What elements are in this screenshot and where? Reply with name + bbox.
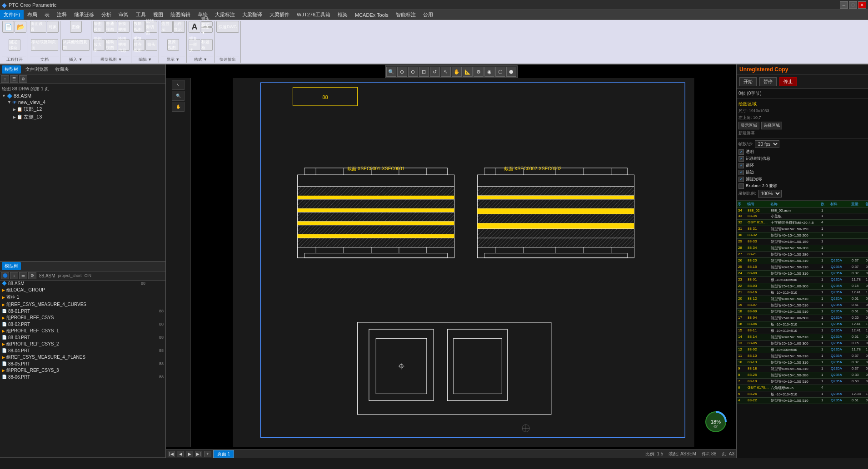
- select-region-btn[interactable]: 选择区域: [761, 122, 782, 129]
- bottom-tree-ref-csys[interactable]: ▶ 组REF_CSYS_MEASURE_4_CURVES: [0, 301, 165, 308]
- canvas-page-next-btn[interactable]: ▶: [186, 451, 193, 457]
- bottom-tree-toolbar-btn1[interactable]: 🔵: [1, 272, 9, 279]
- menu-drawing-edit[interactable]: 绘图编辑: [167, 10, 194, 20]
- toolbar-aux-view-btn[interactable]: 辅助视图: [105, 39, 117, 51]
- toolbar-normal-view-btn[interactable]: 普通视图: [105, 21, 117, 33]
- canvas-tool1-btn[interactable]: ⚙: [474, 67, 484, 77]
- bottom-tree-88-02[interactable]: 📄 88-02.PRT 88: [0, 321, 165, 327]
- canvas-select-btn[interactable]: ↖: [441, 67, 451, 77]
- toolbar-image-btn[interactable]: 图像: [70, 21, 82, 33]
- mouse-checkbox[interactable]: [738, 177, 744, 182]
- canvas-tool2-btn[interactable]: ◉: [484, 67, 494, 77]
- tree-toolbar-btn1[interactable]: ↕: [1, 75, 9, 83]
- canvas-rotate-btn[interactable]: ↺: [430, 67, 440, 77]
- toolbar-edge-display-btn[interactable]: 边显示: [161, 21, 173, 33]
- record-time-checkbox[interactable]: [738, 156, 744, 162]
- canvas-page-prev-btn[interactable]: ◀: [177, 451, 184, 457]
- panel-tab-file-browser[interactable]: 文件浏览器: [23, 65, 51, 74]
- toolbar-align-btn[interactable]: 重复对齐视图: [133, 39, 145, 51]
- menu-frame[interactable]: 框架: [334, 10, 351, 20]
- menu-file[interactable]: 文件(F): [0, 10, 24, 20]
- explorer-checkbox[interactable]: [738, 183, 744, 189]
- transparent-checkbox[interactable]: [738, 149, 744, 155]
- toolbar-title-box-btn[interactable]: 标题框: [201, 39, 213, 51]
- scale-select[interactable]: 100% 50% 75%: [758, 190, 782, 197]
- canvas-zoom-in-btn[interactable]: ⊕: [397, 67, 407, 77]
- bottom-tree-profil-ref3[interactable]: ▶ 组PROFIL_REF_CSYS_3: [0, 367, 165, 374]
- menu-wjt276[interactable]: WJT276工具箱: [293, 10, 334, 20]
- loop-checkbox[interactable]: [738, 163, 744, 168]
- toolbar-line-style-btn[interactable]: 线条 ▼: [201, 27, 213, 33]
- tree-item-88asm[interactable]: ▼ 🔷 88.ASM: [2, 93, 164, 99]
- toolbar-arrow-btn[interactable]: 箭头: [145, 39, 157, 51]
- ruler-btn-pan[interactable]: ✋: [172, 102, 185, 112]
- canvas-pan-btn[interactable]: ✋: [452, 67, 462, 77]
- bottom-tree-88asm[interactable]: 🔷 88.ASM 88: [0, 281, 165, 286]
- toolbar-proj-view-btn[interactable]: 投影视图: [133, 21, 145, 33]
- toolbar-replace-view-btn[interactable]: 替换视图: [118, 21, 130, 33]
- panel-tab-bottom-model-tree[interactable]: 模型树: [2, 262, 21, 270]
- menu-beam-plugin[interactable]: 大梁插件: [266, 10, 293, 20]
- bottom-tree-ref-planes[interactable]: ▶ 组REF_CSYS_MEASURE_4_PLANES: [0, 354, 165, 361]
- canvas-zoom-out-btn[interactable]: ⊖: [408, 67, 418, 77]
- toolbar-object-btn[interactable]: 对象: [47, 21, 59, 33]
- canvas-page-last-btn[interactable]: ▶|: [195, 451, 202, 457]
- tree-item-new-view4[interactable]: ▼ 👁 new_view_4: [2, 99, 164, 105]
- toolbar-part-display-btn[interactable]: 元件显示: [173, 21, 185, 33]
- bottom-tree-88-05[interactable]: 📄 88-05.PRT 88: [0, 361, 165, 367]
- bottom-tree-local-group[interactable]: ▶ 组LOCAL_GROUP: [0, 286, 165, 294]
- ruler-btn-zoom[interactable]: 🔍: [172, 91, 185, 101]
- menu-table[interactable]: 表: [41, 10, 53, 20]
- bottom-tree-profil-ref[interactable]: ▶ 组PROFIL_REF_CSYS: [0, 314, 165, 321]
- panel-tab-favorites[interactable]: 收藏夹: [53, 65, 72, 74]
- toolbar-view-info-btn[interactable]: 绘图视图信息: [118, 39, 130, 51]
- canvas-page-tab-1[interactable]: 页面 1: [213, 450, 234, 458]
- tree-item-top12[interactable]: ▶ 📋 顶部_12: [2, 105, 164, 113]
- menu-mcadex[interactable]: MCADEx Tools: [351, 10, 392, 20]
- toolbar-open-btn[interactable]: 📂: [15, 21, 26, 33]
- canvas-tool4-btn[interactable]: ⬢: [506, 67, 516, 77]
- toolbar-repeat-style-btn[interactable]: 重复一样式: [189, 39, 200, 51]
- toolbar-text-style-btn[interactable]: A: [189, 21, 200, 33]
- toolbar-move-copy-btn[interactable]: 移动或复制页面: [31, 39, 58, 51]
- menu-public[interactable]: 公用: [419, 10, 437, 20]
- tree-toolbar-btn2[interactable]: ☰: [10, 75, 18, 83]
- tree-toolbar-btn3[interactable]: ⚙: [19, 75, 27, 83]
- bottom-tree-88-06[interactable]: 📄 88-06.PRT 88: [0, 374, 165, 380]
- canvas-page-first-btn[interactable]: |◀: [168, 451, 175, 457]
- toolbar-restore-view-btn[interactable]: 复原视图: [167, 39, 179, 51]
- menu-inherit[interactable]: 继承迁移: [70, 10, 98, 20]
- border-checkbox[interactable]: [738, 170, 744, 175]
- menu-annotation[interactable]: 注释: [53, 10, 70, 20]
- toolbar-page-setup-btn[interactable]: 页面设置: [30, 21, 46, 33]
- bottom-tree-toolbar-btn2[interactable]: ↕: [10, 272, 18, 279]
- ruler-btn-select[interactable]: ↖: [172, 80, 185, 90]
- menu-beam-anno[interactable]: 大梁标注: [211, 10, 239, 20]
- bottom-tree-88-03[interactable]: 📄 88-03.PRT 88: [0, 335, 165, 341]
- bottom-tree-cover1[interactable]: ▶ 蓋柱 1: [0, 294, 165, 301]
- canvas-area[interactable]: 🔍 ⊕ ⊖ ⊡ ↺ ↖ ✋ 📐 ⚙ ◉ ⬡ ⬢ 88 截面 XSEC: [166, 64, 736, 458]
- toolbar-fix-move-btn[interactable]: 固定移动: [9, 39, 20, 51]
- toolbar-copy-from-btn[interactable]: 从其他绘图复制: [62, 39, 90, 51]
- menu-layout[interactable]: 布局: [24, 10, 41, 20]
- toolbar-local-view-btn[interactable]: 局部放大图: [93, 39, 105, 51]
- menu-analysis[interactable]: 分析: [98, 10, 115, 20]
- maximize-button[interactable]: □: [849, 1, 857, 9]
- canvas-page-add-btn[interactable]: +: [204, 451, 211, 457]
- bottom-tree-toolbar-btn4[interactable]: ⚙: [28, 272, 36, 279]
- bottom-tree-profil-ref1[interactable]: ▶ 组PROFIL_REF_CSYS_1: [0, 327, 165, 335]
- bottom-tree-88-04[interactable]: 📄 88-04.PRT 88: [0, 348, 165, 354]
- canvas-zoom-fit-btn[interactable]: ⊡: [419, 67, 429, 77]
- menu-smart-anno[interactable]: 智能标注: [392, 10, 419, 20]
- pause-button[interactable]: 暂停: [759, 77, 777, 86]
- toolbar-quick-dwg-btn[interactable]: 快速DWG: [216, 21, 239, 33]
- tree-item-left13[interactable]: ▶ 📋 左侧_13: [2, 113, 164, 121]
- close-button[interactable]: ✕: [858, 1, 866, 9]
- toolbar-drawing-model-btn[interactable]: 绘图模型: [93, 21, 105, 33]
- canvas-zoom-window-btn[interactable]: 🔍: [386, 67, 396, 77]
- panel-tab-model-tree[interactable]: 模型树: [2, 65, 21, 74]
- menu-review[interactable]: 审阅: [115, 10, 132, 20]
- start-button[interactable]: 开始: [739, 77, 757, 86]
- canvas-tool3-btn[interactable]: ⬡: [495, 67, 505, 77]
- toolbar-rotate-cut-btn[interactable]: 旋转剪切图: [145, 21, 157, 33]
